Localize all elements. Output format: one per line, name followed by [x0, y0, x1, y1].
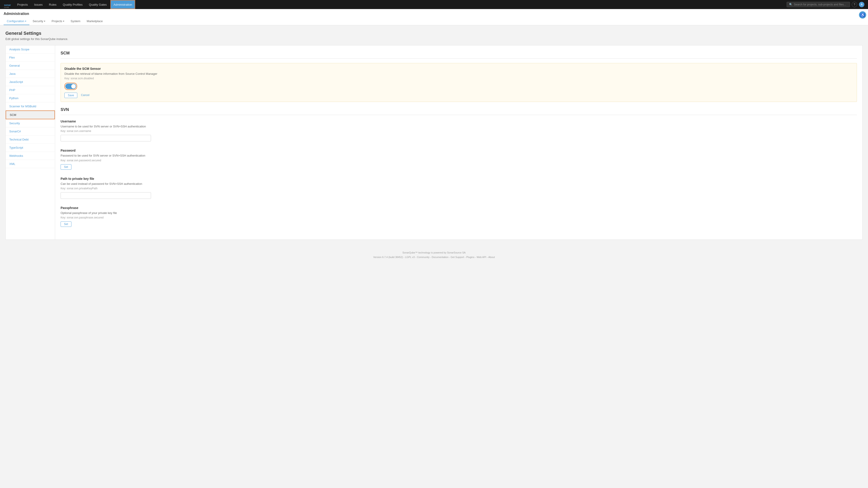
main-layout: Analysis Scope Flex General Java JavaScr… — [5, 45, 863, 240]
admin-title: Administration — [4, 9, 864, 16]
search-input[interactable] — [794, 3, 847, 6]
toggle-wrapper — [64, 83, 77, 90]
username-label: Username — [61, 120, 857, 123]
private-key-desc: Can be used instead of password for SVN+… — [61, 182, 857, 186]
subnav-projects[interactable]: Projects ▾ — [49, 18, 67, 25]
nav-item-quality-profiles[interactable]: Quality Profiles — [60, 0, 85, 9]
footer-line1: SonarQube™ technology is powered by Sona… — [5, 251, 863, 255]
chevron-down-icon: ▾ — [25, 20, 26, 22]
disable-scm-name: Disable the SCM Sensor — [64, 67, 853, 70]
private-key-input[interactable] — [61, 192, 151, 199]
scm-disable-toggle[interactable] — [65, 84, 76, 89]
nav-item-quality-gates[interactable]: Quality Gates — [86, 0, 110, 9]
password-desc: Password to be used for SVN server or SV… — [61, 154, 857, 158]
sidebar-item-flex[interactable]: Flex — [6, 54, 55, 62]
subnav-marketplace[interactable]: Marketplace — [84, 18, 106, 25]
subnav-system[interactable]: System — [67, 18, 84, 25]
footer: SonarQube™ technology is powered by Sona… — [0, 245, 868, 265]
sidebar-item-xml[interactable]: XML — [6, 160, 55, 168]
sidebar-item-python[interactable]: Python — [6, 94, 55, 102]
sidebar-item-java[interactable]: Java — [6, 70, 55, 78]
passphrase-label: Passphrase — [61, 206, 857, 210]
cancel-button[interactable]: Cancel — [79, 93, 91, 98]
password-key: Key: sonar.svn.password.secured — [61, 159, 857, 162]
username-desc: Username to be used for SVN server or SV… — [61, 125, 857, 129]
chevron-down-icon: ▾ — [44, 20, 45, 22]
nav-item-rules[interactable]: Rules — [46, 0, 59, 9]
sidebar-item-technical-debt[interactable]: Technical Debt — [6, 135, 55, 144]
private-key-block: Path to private key file Can be used ins… — [61, 177, 857, 199]
nav-item-projects[interactable]: Projects — [14, 0, 31, 9]
page-title: General Settings — [5, 31, 863, 36]
svg-text:sonar: sonar — [4, 4, 11, 6]
sidebar-item-analysis-scope[interactable]: Analysis Scope — [6, 45, 55, 54]
username-key: Key: sonar.svn.username — [61, 129, 857, 133]
sidebar: Analysis Scope Flex General Java JavaScr… — [5, 45, 55, 240]
passphrase-block: Passphrase Optional passphrase of your p… — [61, 206, 857, 227]
private-key-label: Path to private key file — [61, 177, 857, 181]
svn-section-title: SVN — [61, 107, 857, 115]
sidebar-item-security[interactable]: Security — [6, 119, 55, 127]
subnav-configuration[interactable]: Configuration ▾ — [4, 18, 29, 25]
password-block: Password Password to be used for SVN ser… — [61, 149, 857, 169]
search-icon: 🔍 — [789, 3, 793, 6]
settings-content: SCM Disable the SCM Sensor Disable the r… — [55, 45, 863, 240]
username-block: Username Username to be used for SVN ser… — [61, 120, 857, 141]
passphrase-set-button[interactable]: Set — [61, 221, 71, 227]
disable-scm-desc: Disable the retrieval of blame informati… — [64, 72, 853, 76]
subnav-security[interactable]: Security ▾ — [29, 18, 49, 25]
avatar[interactable]: A — [859, 2, 864, 7]
accessibility-button[interactable]: ♿ — [859, 11, 866, 19]
nav-item-administration[interactable]: Administration — [110, 0, 135, 9]
sub-navigation: Configuration ▾ Security ▾ Projects ▾ Sy… — [4, 18, 864, 25]
logo[interactable]: sonar QUBE — [4, 1, 11, 8]
sidebar-item-webhooks[interactable]: Webhooks — [6, 152, 55, 160]
disable-scm-block: Disable the SCM Sensor Disable the retri… — [61, 63, 857, 102]
sidebar-item-scm[interactable]: SCM — [6, 110, 55, 119]
page-subtitle: Edit global settings for this SonarQube … — [5, 37, 863, 41]
top-navigation: sonar QUBE Projects Issues Rules Quality… — [0, 0, 868, 9]
help-button[interactable]: ? — [852, 2, 857, 7]
save-button[interactable]: Save — [64, 93, 77, 98]
footer-line2: Version 6.7.4 (build 38452) - LGPL v3 - … — [5, 255, 863, 260]
sidebar-item-scanner-msbuild[interactable]: Scanner for MSBuild — [6, 102, 55, 110]
sidebar-item-php[interactable]: PHP — [6, 86, 55, 94]
chevron-down-icon: ▾ — [63, 20, 64, 22]
svg-text:QUBE: QUBE — [4, 6, 9, 8]
disable-scm-key: Key: sonar.scm.disabled — [64, 77, 853, 80]
password-set-button[interactable]: Set — [61, 164, 71, 170]
admin-header: Administration Configuration ▾ Security … — [0, 9, 868, 25]
sidebar-item-javascript[interactable]: JavaScript — [6, 78, 55, 86]
password-label: Password — [61, 149, 857, 152]
page-content: General Settings Edit global settings fo… — [0, 25, 868, 245]
sidebar-item-typescript[interactable]: TypeScript — [6, 144, 55, 152]
passphrase-key: Key: sonar.svn.passphrase.secured — [61, 216, 857, 219]
nav-right-section: 🔍 ? A — [786, 2, 864, 7]
private-key-key: Key: sonar.svn.privateKeyPath — [61, 187, 857, 190]
search-box[interactable]: 🔍 — [786, 2, 850, 7]
toggle-container — [64, 83, 853, 90]
save-cancel-row: Save Cancel — [64, 93, 853, 98]
scm-section-title: SCM — [61, 51, 857, 59]
sidebar-item-sonarcsharp[interactable]: SonarC# — [6, 127, 55, 135]
passphrase-desc: Optional passphrase of your private key … — [61, 211, 857, 215]
username-input[interactable] — [61, 135, 151, 141]
nav-item-issues[interactable]: Issues — [31, 0, 45, 9]
sidebar-item-general[interactable]: General — [6, 62, 55, 70]
